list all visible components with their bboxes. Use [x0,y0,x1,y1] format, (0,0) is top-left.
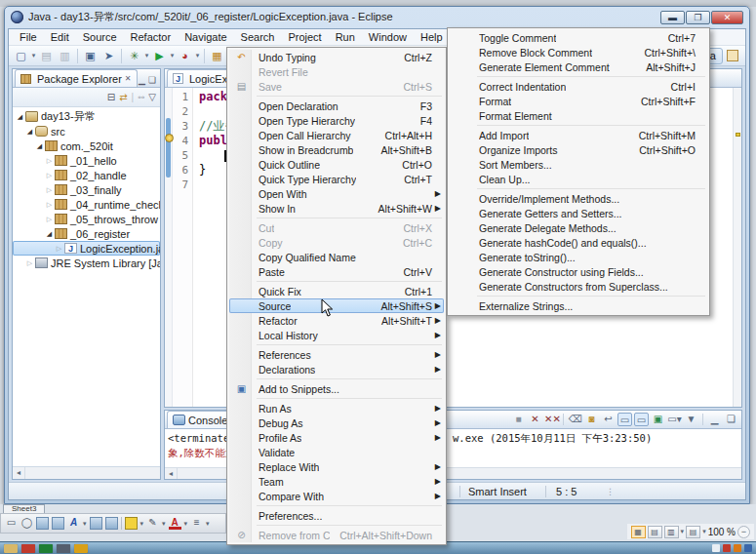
menu-item-quick-type-hierarchy[interactable]: Quick Type HierarchyCtrl+T [229,172,444,186]
line-style-icon[interactable]: ≡ [190,517,203,530]
menu-item-format-element[interactable]: Format Element [450,108,707,123]
menu-item-generate-hashcode-and-equals[interactable]: Generate hashCode() and equals()... [450,235,707,250]
page-layout-view-button[interactable]: ▤ [648,526,662,538]
scroll-lock-button[interactable]: ◙ [584,413,599,426]
tray-icon[interactable] [712,544,720,552]
menu-item-sort-members[interactable]: Sort Members... [450,157,707,172]
save-view-button[interactable]: ▤ [686,526,700,538]
expand-arrow-icon[interactable]: ▷ [44,172,55,179]
scroll-left-icon[interactable]: ◂ [13,467,25,479]
picture-tool-icon[interactable] [36,517,49,530]
run-button[interactable]: ▶ [151,48,168,64]
minimize-window-button[interactable]: ▬ [660,11,685,24]
console-view-button[interactable]: ▣ [82,48,99,64]
tree-item-src[interactable]: ◢src [13,124,160,138]
tree-item-04-runtime-checked[interactable]: ▷_04_runtime_checked [13,197,160,212]
menu-source[interactable]: Source [76,31,124,43]
restore-window-button[interactable]: ❐ [686,11,710,24]
menu-item-show-in-breadcrumb[interactable]: Show in BreadcrumbAlt+Shift+B [229,142,444,157]
menu-item-format[interactable]: FormatCtrl+Shift+F [450,94,707,108]
menu-item-declarations[interactable]: Declarations▶ [229,362,444,376]
menu-item-references[interactable]: References▶ [229,347,444,362]
display-console-button[interactable]: ▭▾ [667,413,682,426]
menu-item-generate-element-comment[interactable]: Generate Element CommentAlt+Shift+J [450,59,707,74]
menu-item-refactor[interactable]: RefactorAlt+Shift+T▶ [229,313,444,328]
menu-project[interactable]: Project [281,31,328,43]
menu-item-source[interactable]: SourceAlt+Shift+S▶ [229,298,444,313]
menu-item-remove-block-comment[interactable]: Remove Block CommentCtrl+Shift+\ [450,45,707,59]
view-menu-button[interactable]: ▽ [148,92,156,102]
collapse-arrow-icon[interactable]: ◢ [34,142,45,150]
wordart-tool-icon[interactable]: A [67,517,80,530]
menu-item-toggle-comment[interactable]: Toggle CommentCtrl+7 [450,30,707,45]
word-wrap-button[interactable]: ↩ [601,413,616,426]
menu-item-quick-outline[interactable]: Quick OutlineCtrl+O [229,157,444,172]
dropdown-icon[interactable]: ▾ [206,520,210,528]
menu-item-add-to-snippets[interactable]: ▣Add to Snippets... [229,381,444,396]
collapse-arrow-icon[interactable]: ◢ [44,230,55,238]
show-stdout-button[interactable]: ▭ [617,413,632,426]
menu-run[interactable]: Run [329,31,362,43]
diagram-tool-icon[interactable] [90,517,102,530]
run-dropdown-icon[interactable]: ▾ [169,52,176,59]
line-number-ruler[interactable]: 1234567 [173,88,193,407]
oval-tool-icon[interactable]: ◯ [20,517,33,530]
rectangle-tool-icon[interactable]: ▭ [5,517,18,530]
remove-launch-button[interactable]: ✕ [528,413,542,426]
title-bar[interactable]: Java - day13-异常/src/com/_520it/_06_regis… [5,7,749,27]
taskbar-item-help[interactable] [74,544,88,553]
tree-item-01-hello[interactable]: ▷_01_hello [13,153,160,168]
coverage-button[interactable]: ◕ [177,48,193,64]
normal-view-button[interactable]: ▦ [631,526,646,538]
menu-item-open-call-hierarchy[interactable]: Open Call HierarchyCtrl+Alt+H [229,128,444,142]
taskbar-item-red-app[interactable] [21,544,35,553]
menu-item-preferences[interactable]: Preferences... [229,508,444,523]
link-with-editor-button[interactable]: ⇄ [119,92,127,102]
menu-item-run-as[interactable]: Run As▶ [229,401,444,416]
debug-button[interactable]: ✳ [126,48,142,64]
menu-item-replace-with[interactable]: Replace With▶ [229,459,444,474]
tray-icon[interactable] [744,544,752,552]
menu-item-quick-fix[interactable]: Quick FixCtrl+1 [229,284,444,298]
menu-edit[interactable]: Edit [44,31,76,43]
tree-item-logicexception-java[interactable]: ▷JLogicException.java [13,241,160,256]
new-dropdown-icon[interactable]: ▾ [30,52,37,59]
coverage-dropdown-icon[interactable]: ▾ [194,52,201,59]
tree-item-03-finally[interactable]: ▷_03_finally [13,182,160,197]
expand-arrow-icon[interactable]: ▷ [44,216,55,223]
menu-item-override-implement-methods[interactable]: Override/Implement Methods... [450,191,707,206]
taskbar-item-excel[interactable] [39,544,53,553]
sheet-tab[interactable]: Sheet3 [3,504,45,513]
focus-button[interactable]: ◦◦ [138,92,144,102]
tree-item-05-throws-throw[interactable]: ▷_05_throws_throw [13,212,160,226]
taskbar-item-folder[interactable] [4,544,18,553]
close-window-button[interactable]: ✕ [711,11,743,24]
overview-ruler[interactable] [733,88,741,407]
menu-item-open-type-hierarchy[interactable]: Open Type HierarchyF4 [229,113,444,128]
menu-item-undo-typing[interactable]: ↶Undo TypingCtrl+Z [229,50,444,64]
menu-refactor[interactable]: Refactor [124,31,179,43]
menu-navigate[interactable]: Navigate [178,31,233,43]
menu-search[interactable]: Search [234,31,282,43]
open-console-button[interactable]: ▼ [684,413,698,426]
expand-arrow-icon[interactable]: ▷ [54,245,64,253]
taskbar-item-app[interactable] [57,544,70,553]
remove-all-launches-button[interactable]: ✕✕ [544,413,559,426]
pin-console-button[interactable]: ▣ [651,413,665,426]
tree-item-day13-异常[interactable]: ◢day13-异常 [13,109,160,124]
menu-item-debug-as[interactable]: Debug As▶ [229,416,444,430]
page-break-view-button[interactable]: ▥ [664,526,679,538]
menu-item-compare-with[interactable]: Compare With▶ [229,489,444,503]
open-type-button[interactable]: ▦ [209,48,225,64]
expand-arrow-icon[interactable]: ▷ [44,186,55,194]
menu-item-correct-indentation[interactable]: Correct IndentationCtrl+I [450,79,707,94]
menu-file[interactable]: File [13,31,44,43]
menu-item-generate-constructors-from-superclass[interactable]: Generate Constructors from Superclass... [450,279,707,294]
collapse-arrow-icon[interactable]: ◢ [24,128,35,136]
collapse-arrow-icon[interactable]: ◢ [15,113,25,121]
menu-item-open-with[interactable]: Open With▶ [229,186,444,201]
line-color-icon[interactable]: ✎ [146,517,159,530]
warning-marker[interactable] [736,133,740,137]
menu-item-generate-tostring[interactable]: Generate toString()... [450,250,707,264]
maximize-console-button[interactable]: ❏ [724,413,738,426]
